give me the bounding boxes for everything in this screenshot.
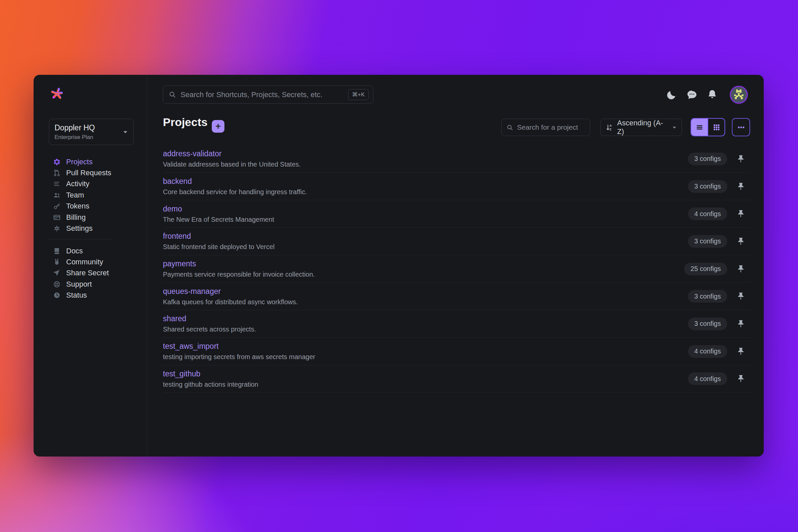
sidebar-item-pull-requests[interactable]: Pull Requests <box>34 167 147 178</box>
sidebar-item-support[interactable]: Support <box>34 279 147 290</box>
pin-icon[interactable] <box>736 236 746 246</box>
project-row[interactable]: shared Shared secrets across projects. 3… <box>163 310 750 338</box>
grid-view-button[interactable] <box>708 119 724 136</box>
dark-mode-toggle-moon-icon[interactable] <box>666 89 677 100</box>
list-view-button[interactable] <box>691 119 708 136</box>
project-name-link[interactable]: test_github <box>163 369 258 378</box>
project-description: Kafka queues for distributed async workf… <box>163 298 298 306</box>
project-description: Validate addresses based in the United S… <box>163 160 301 168</box>
sort-label: Ascending (A-Z) <box>617 119 668 136</box>
project-row[interactable]: backend Core backend service for handlin… <box>163 173 750 201</box>
chevron-down-icon <box>672 125 677 130</box>
pin-icon[interactable] <box>736 291 746 301</box>
svg-text:A: A <box>609 124 612 127</box>
chevron-down-icon <box>122 129 129 135</box>
project-name-link[interactable]: demo <box>163 205 274 213</box>
sidebar-item-label: Status <box>66 291 87 300</box>
flower-icon <box>53 158 61 166</box>
sidebar-item-docs[interactable]: Docs <box>34 245 147 256</box>
sidebar-item-label: Support <box>66 280 92 289</box>
workspace-selector[interactable]: Doppler HQ Enterprise Plan <box>49 119 134 145</box>
sidebar-divider <box>147 75 147 457</box>
project-description: testing importing secrets from aws secre… <box>163 353 315 361</box>
sidebar-item-label: Team <box>66 191 84 200</box>
user-avatar[interactable] <box>729 86 748 104</box>
sidebar-item-share-secret[interactable]: Share Secret <box>34 268 147 279</box>
sort-ascending-icon: AZ <box>606 124 614 132</box>
sidebar-item-settings[interactable]: Settings <box>34 223 147 234</box>
sidebar-item-billing[interactable]: Billing <box>34 212 147 223</box>
project-row[interactable]: demo The New Era of Secrets Management 4… <box>163 200 750 228</box>
sort-dropdown[interactable]: AZ Ascending (A-Z) <box>601 119 682 136</box>
gear-icon <box>53 225 61 232</box>
sidebar-secondary-nav: Docs Community Share Secret Support Stat… <box>34 245 147 301</box>
app-window: Doppler HQ Enterprise Plan Projects Pull… <box>34 75 764 457</box>
pin-icon[interactable] <box>736 346 746 357</box>
keyboard-shortcut-badge: ⌘+K <box>348 89 369 100</box>
team-icon <box>53 191 61 199</box>
configs-badge: 25 configs <box>684 263 727 275</box>
project-description: testing github actions integration <box>163 381 258 388</box>
credit-card-icon <box>53 213 61 222</box>
more-options-button[interactable] <box>732 118 750 136</box>
project-name-link[interactable]: backend <box>163 177 307 186</box>
configs-badge: 3 configs <box>688 318 727 330</box>
doppler-logo-icon[interactable] <box>50 86 65 101</box>
project-search-input[interactable] <box>517 124 585 131</box>
project-row[interactable]: queues-manager Kafka queues for distribu… <box>163 283 750 310</box>
sidebar-item-tokens[interactable]: Tokens <box>34 201 147 212</box>
project-description: Shared secrets across projects. <box>163 325 256 333</box>
project-row[interactable]: address-validator Validate addresses bas… <box>163 145 750 173</box>
notifications-bell-icon[interactable] <box>706 89 718 100</box>
sidebar-item-activity[interactable]: Activity <box>34 178 147 190</box>
project-name-link[interactable]: test_aws_import <box>163 342 315 351</box>
project-search[interactable] <box>501 119 590 136</box>
life-buoy-icon <box>53 280 61 288</box>
project-name-link[interactable]: payments <box>163 259 315 268</box>
pin-icon[interactable] <box>736 374 746 384</box>
ellipsis-icon <box>737 123 745 132</box>
view-mode-toggle <box>690 118 725 136</box>
project-row[interactable]: payments Payments service responsible fo… <box>163 255 750 283</box>
search-icon <box>507 124 513 131</box>
project-name-link[interactable]: queues-manager <box>163 287 298 296</box>
sidebar-section-divider <box>49 239 112 240</box>
pin-icon[interactable] <box>736 209 746 219</box>
sidebar-item-team[interactable]: Team <box>34 190 147 201</box>
configs-badge: 3 configs <box>688 153 727 165</box>
sidebar-item-label: Projects <box>66 158 92 166</box>
project-name-link[interactable]: shared <box>163 314 256 323</box>
page-title: Projects <box>163 116 208 129</box>
paper-plane-icon <box>53 269 61 277</box>
configs-badge: 3 configs <box>688 290 727 303</box>
sidebar-item-label: Tokens <box>66 202 90 210</box>
project-name-link[interactable]: frontend <box>163 232 274 241</box>
sidebar-primary-nav: Projects Pull Requests Activity Team Tok… <box>34 156 147 234</box>
pin-icon[interactable] <box>736 264 746 274</box>
project-row[interactable]: frontend Static frontend site deployed t… <box>163 228 750 255</box>
key-icon <box>53 202 61 210</box>
sidebar-item-status[interactable]: Status <box>34 290 147 301</box>
sidebar-item-community[interactable]: Community <box>34 256 147 267</box>
sidebar-item-label: Billing <box>66 213 86 222</box>
add-project-button[interactable]: + <box>212 120 225 133</box>
project-description: Core backend service for handling ingres… <box>163 188 307 196</box>
sidebar-item-projects[interactable]: Projects <box>34 156 147 167</box>
project-row[interactable]: test_aws_import testing importing secret… <box>163 338 750 365</box>
global-search-input[interactable] <box>180 91 344 99</box>
pin-icon[interactable] <box>736 182 746 191</box>
sidebar-item-label: Settings <box>66 224 93 233</box>
global-search[interactable]: ⌘+K <box>163 86 374 104</box>
peace-hand-icon <box>53 258 61 266</box>
grid-view-icon <box>712 123 721 132</box>
pin-icon[interactable] <box>736 319 746 329</box>
project-row[interactable]: test_github testing github actions integ… <box>163 365 750 393</box>
workspace-plan: Enterprise Plan <box>55 134 128 141</box>
book-icon <box>53 247 61 255</box>
svg-text:Z: Z <box>609 127 611 131</box>
feedback-chat-icon[interactable] <box>686 89 698 101</box>
pull-request-icon <box>53 169 61 177</box>
project-description: Payments service responsible for invoice… <box>163 271 315 278</box>
pin-icon[interactable] <box>736 154 746 164</box>
project-name-link[interactable]: address-validator <box>163 149 301 158</box>
